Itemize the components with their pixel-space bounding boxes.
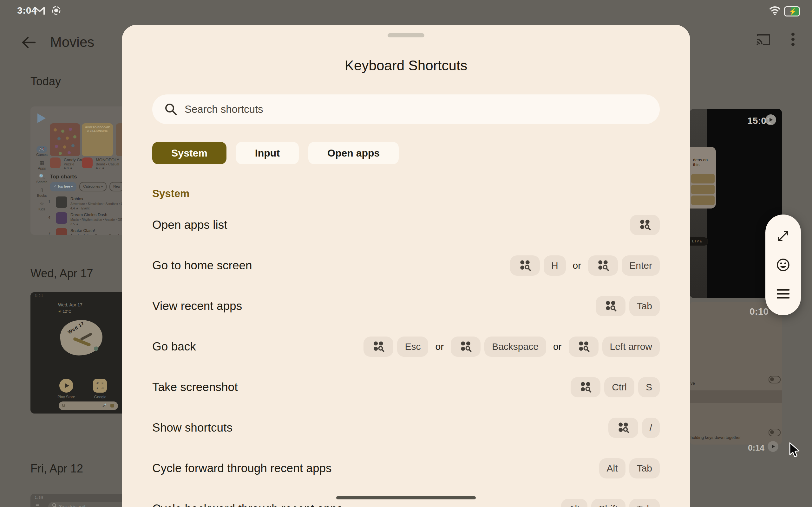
menu-button[interactable] — [765, 279, 801, 308]
date-header-today: Today — [31, 75, 61, 88]
shortcut-label: Open apps list — [152, 218, 227, 232]
shortcut-row-open-apps-list: Open apps list — [152, 205, 660, 245]
filter-chip-system[interactable]: System — [152, 142, 226, 164]
shortcut-row-view-recent-apps: View recent appsTab — [152, 286, 660, 326]
play-nav-icon: 🔍 — [37, 173, 47, 180]
meta-key-icon — [577, 340, 591, 354]
drag-handle[interactable] — [388, 33, 424, 38]
shortcut-label: Show shortcuts — [152, 421, 233, 435]
cast-icon[interactable] — [756, 33, 771, 47]
key-backspace: Backspace — [484, 337, 546, 357]
meta-key-icon — [638, 218, 652, 232]
key-alt: Alt — [599, 458, 625, 478]
shortcut-label: Go back — [152, 340, 196, 353]
video-duration: 0:14 — [748, 443, 764, 453]
filter-chip-input[interactable]: Input — [236, 142, 299, 164]
meta-key-icon — [604, 299, 618, 313]
video-overlay-card: deos on this — [690, 147, 716, 209]
chart-app-name: Snake Clash! — [70, 228, 119, 233]
play-nav-icon: ▦ — [37, 159, 47, 166]
search-bar[interactable] — [152, 95, 660, 124]
key-left-arrow: Left arrow — [602, 337, 660, 357]
meta-key — [588, 256, 618, 276]
play-nav-label: Apps — [33, 166, 51, 170]
smiley-icon — [775, 257, 791, 273]
app-icon — [82, 158, 93, 168]
play-store-app-icon — [59, 379, 73, 393]
expand-button[interactable] — [765, 222, 801, 250]
screen: 3:04 ⚡ Movies Today Wed, Apr 17 Fri, Apr… — [0, 0, 812, 507]
shortcut-row-show-shortcuts: Show shortcuts/ — [152, 407, 660, 448]
home-status-text: 3:21 — [35, 294, 44, 297]
clock-hour-hand — [80, 332, 92, 341]
chart-rank: 1 — [48, 200, 53, 204]
gmail-notification-icon — [34, 6, 45, 16]
mic-icon: 🎤 — [102, 403, 107, 407]
play-nav-label: Search — [33, 180, 51, 184]
key-ctrl: Ctrl — [604, 377, 635, 397]
meta-key — [510, 256, 540, 276]
overflow-menu-icon[interactable] — [791, 32, 795, 48]
play-nav-icon: 🎮 — [37, 146, 47, 153]
search-icon — [164, 103, 177, 116]
search-icon — [52, 502, 57, 507]
folder-mini-icons: ◉G▲▭ — [96, 381, 104, 390]
meta-key-icon — [518, 259, 532, 273]
shortcut-keys — [630, 215, 660, 235]
shortcut-keys: HorEnter — [510, 256, 660, 276]
play-nav-search: 🔍Search — [33, 173, 51, 184]
key-shift: Shift — [591, 499, 625, 507]
play-nav-icon: ▯ — [37, 187, 47, 193]
key-: / — [642, 418, 660, 438]
overlay-card-text: deos on this — [690, 147, 716, 167]
toggle-switch-off — [768, 429, 780, 436]
play-triangle-icon — [65, 383, 69, 388]
shortcut-row-cycle-forward-through-recent-apps: Cycle forward through recent appsAltTab — [152, 448, 660, 489]
search-input[interactable] — [185, 100, 660, 119]
video-tile-2: 0:10 ve holding keys down together — [690, 302, 782, 445]
shortcut-keys: EscorBackspaceorLeft arrow — [363, 337, 660, 357]
meta-key-icon — [459, 340, 473, 354]
emoji-button[interactable] — [765, 250, 801, 279]
app-rating: 4.7 ★ — [96, 166, 124, 170]
section-header: System — [152, 187, 660, 200]
overlay-card-row — [691, 185, 715, 194]
settings-row-text: holding keys down together — [691, 435, 741, 440]
key-esc: Esc — [397, 337, 428, 357]
google-g-icon: G — [62, 403, 65, 408]
shortcut-list: Open apps listGo to home screenHorEnterV… — [152, 205, 660, 507]
wifi-icon — [769, 6, 781, 16]
keyboard-shortcuts-sheet: Keyboard Shortcuts SystemInputOpen apps … — [122, 25, 690, 507]
chart-app-genre: Arcade • Action • O game • Casual — [70, 234, 119, 235]
weather-icon: ☀ — [58, 309, 61, 314]
home-weather-widget: ☀12°C — [58, 309, 71, 314]
shortcut-keys: CtrlS — [571, 377, 660, 397]
gmail-status-text: 1:59 — [35, 496, 44, 499]
app-icon — [50, 158, 61, 168]
scroll-indicator[interactable] — [336, 496, 476, 499]
date-header-fri: Fri, Apr 12 — [31, 462, 83, 475]
game-card-monopoly: HOW TO BECOME A ZILLIONAIRE — [82, 123, 113, 156]
key-s: S — [638, 377, 660, 397]
play-store-filter-chips: ✓ Top free ▾Categories ▾New — [50, 182, 124, 191]
shortcut-label: Cycle forward through recent apps — [152, 462, 332, 475]
shortcut-label: Go to home screen — [152, 259, 252, 272]
back-button[interactable] — [20, 36, 37, 49]
key-tab: Tab — [629, 296, 660, 316]
clock-dot — [94, 346, 98, 351]
expand-icon — [776, 229, 791, 243]
chart-app-texts: Dream Circles DashMusic • Rhythm-action … — [70, 212, 127, 226]
play-filter-categories: Categories ▾ — [79, 182, 107, 191]
settings-divider-band — [690, 390, 782, 403]
play-nav-icon: ☆ — [37, 200, 47, 207]
shortcut-label: Take screenshot — [152, 381, 238, 394]
candy-art — [54, 128, 57, 131]
overlay-card-row — [691, 195, 715, 205]
live-badge: LIVE — [690, 237, 708, 245]
chart-app-genre: Music • Rhythm-action • Arcade • Offline — [70, 218, 127, 222]
filter-chip-open-apps[interactable]: Open apps — [308, 142, 399, 164]
battery-icon: ⚡ — [784, 6, 800, 16]
chart-app-icon — [56, 228, 67, 235]
date-header-wed: Wed, Apr 17 — [31, 267, 93, 280]
chart-rank: 7 — [48, 231, 53, 235]
